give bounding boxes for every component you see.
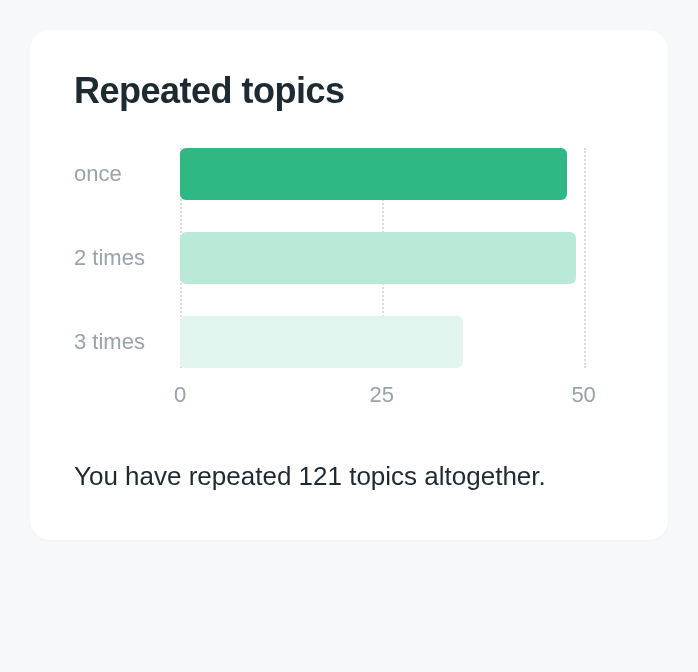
summary-text: You have repeated 121 topics altogether. bbox=[74, 456, 624, 496]
card-title: Repeated topics bbox=[74, 70, 624, 112]
bar-plot-region bbox=[180, 148, 624, 200]
bar bbox=[180, 232, 576, 284]
bar-plot-region bbox=[180, 232, 624, 284]
repeated-topics-card: Repeated topics once2 times3 times 02550… bbox=[30, 30, 668, 540]
bar bbox=[180, 148, 567, 200]
chart-axis: 02550 bbox=[74, 382, 624, 412]
bar bbox=[180, 316, 463, 368]
bar-chart: once2 times3 times 02550 bbox=[74, 148, 624, 412]
axis-tick-label: 50 bbox=[571, 382, 595, 408]
axis-tick-label: 0 bbox=[174, 382, 186, 408]
chart-bars: once2 times3 times bbox=[74, 148, 624, 368]
chart-axis-labels: 02550 bbox=[180, 382, 624, 412]
bar-category-label: once bbox=[74, 161, 180, 187]
bar-row: 3 times bbox=[74, 316, 624, 368]
bar-plot-region bbox=[180, 316, 624, 368]
bar-row: 2 times bbox=[74, 232, 624, 284]
bar-row: once bbox=[74, 148, 624, 200]
bar-category-label: 2 times bbox=[74, 245, 180, 271]
bar-category-label: 3 times bbox=[74, 329, 180, 355]
axis-tick-label: 25 bbox=[370, 382, 394, 408]
